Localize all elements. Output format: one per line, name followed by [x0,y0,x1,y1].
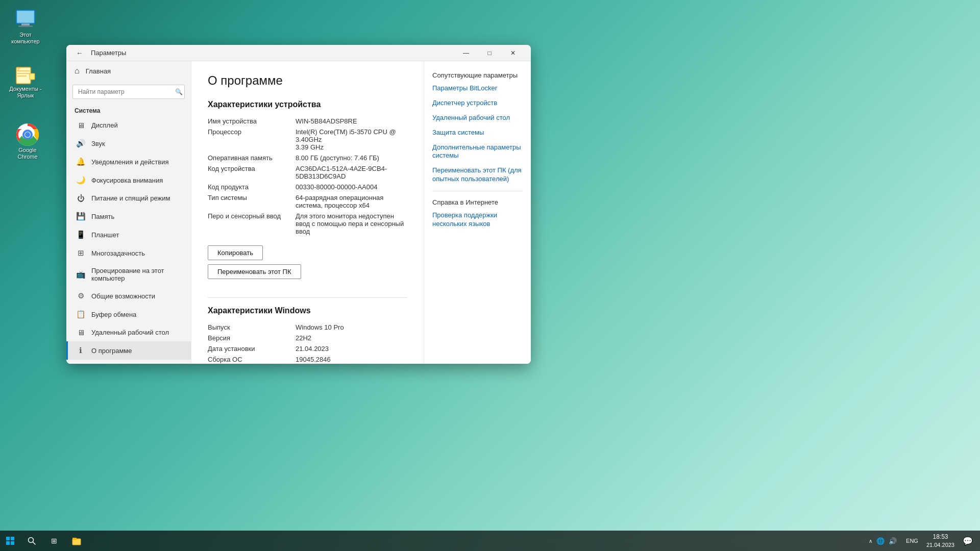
svg-rect-9 [30,73,35,80]
titlebar: ← Параметры — □ ✕ [66,45,531,61]
sidebar-item-storage[interactable]: 💾 Память [66,207,191,226]
search-button[interactable]: 🔍 [175,88,183,95]
section-divider [208,297,407,298]
tray-icons: ∧ 🌐 🔊 [865,531,901,551]
desktop-icon-documents-label: Документы - Ярлык [9,86,41,99]
home-icon: ⌂ [75,66,80,76]
svg-point-14 [25,132,30,137]
windows-section-title: Характеристики Windows [208,306,407,315]
label-version: Версия [208,334,289,342]
sidebar-item-tablet[interactable]: 📱 Планшет [66,226,191,244]
label-device-code: Код устройства [208,165,289,180]
sidebar-home[interactable]: ⌂ Главная [66,61,191,81]
taskbar-file-explorer[interactable] [65,531,88,551]
notification-center[interactable]: 💬 [960,531,976,551]
taskbar: ⊞ ∧ 🌐 🔊 ENG 18:53 21.04.2023 💬 [0,531,980,551]
value-device-name: WIN-5B84ADSP8RE [296,117,407,125]
clipboard-icon: 📋 [76,310,85,319]
label-edition: Выпуск [208,323,289,331]
volume-icon[interactable]: 🔊 [889,537,897,545]
svg-line-16 [33,542,36,545]
sidebar-item-notifications-label: Уведомления и действия [91,158,169,166]
value-ram: 8.00 ГБ (доступно: 7.46 ГБ) [296,154,407,162]
chrome-icon [15,122,40,147]
desktop-icon-documents[interactable]: Документы - Ярлык [5,61,46,101]
value-version: 22H2 [296,334,407,342]
sidebar-item-clipboard[interactable]: 📋 Буфер обмена [66,305,191,323]
desktop-icon-chrome-label: Google Chrome [9,147,46,160]
minimize-button[interactable]: — [454,45,478,61]
taskbar-tray: ∧ 🌐 🔊 ENG 18:53 21.04.2023 💬 [861,531,980,551]
clock-display[interactable]: 18:53 21.04.2023 [923,531,958,551]
value-device-code: AC36DAC1-512A-4A2E-9CB4-5DB313D6C9AD [296,165,407,180]
sidebar-item-display-label: Дисплей [91,121,118,129]
sidebar-item-project-label: Проецирование на этот компьютер [91,267,183,282]
sidebar-item-focus[interactable]: 🌙 Фокусировка внимания [66,171,191,189]
desktop: Этот компьютер Документы - Ярлык Google … [0,0,980,551]
value-os-build: 19045.2846 [296,356,407,363]
value-edition: Windows 10 Pro [296,323,407,331]
language-indicator[interactable]: ENG [903,531,921,551]
multilang-link[interactable]: Проверка поддержки нескольких языков [432,211,523,229]
right-panel: Сопутствующие параметры Параметры BitLoc… [424,61,531,364]
label-system-type: Тип системы [208,194,289,209]
sidebar-item-focus-label: Фокусировка внимания [91,177,163,184]
rename-pc-button[interactable]: Переименовать этот ПК [208,264,301,279]
svg-rect-7 [17,76,27,77]
sidebar-item-multitask[interactable]: ⊞ Многозадачность [66,244,191,262]
sidebar-item-multitask-label: Многозадачность [91,249,145,257]
sidebar-item-about-label: О программе [91,347,132,355]
tablet-icon: 📱 [76,230,85,239]
system-protection-link[interactable]: Защита системы [432,129,523,137]
windows-info-grid: Выпуск Windows 10 Pro Версия 22H2 Дата у… [208,323,407,364]
sidebar-item-power-label: Питание и спящий режим [91,194,170,202]
sidebar-section-label: Система [66,103,191,116]
network-icon[interactable]: 🌐 [876,537,885,545]
advanced-settings-link[interactable]: Дополнительные параметры системы [432,143,523,161]
svg-rect-5 [17,70,30,71]
about-icon: ℹ [76,346,85,355]
taskbar-search[interactable] [20,531,43,551]
label-pen-touch: Перо и сенсорный ввод [208,212,289,235]
label-processor: Процессор [208,128,289,151]
copy-device-button[interactable]: Копировать [208,245,263,260]
notifications-icon: 🔔 [76,157,85,166]
power-icon: ⏻ [76,194,85,203]
search-input[interactable] [72,85,185,99]
sidebar-item-notifications[interactable]: 🔔 Уведомления и действия [66,153,191,171]
window-title: Параметры [91,49,454,57]
bitlocker-link[interactable]: Параметры BitLocker [432,84,523,93]
sound-icon: 🔊 [76,139,85,148]
device-manager-link[interactable]: Диспетчер устройств [432,99,523,108]
label-ram: Оперативная память [208,154,289,162]
rename-pc-advanced-link[interactable]: Переименовать этот ПК (для опытных польз… [432,166,523,184]
svg-rect-3 [18,26,33,27]
sidebar-item-sound[interactable]: 🔊 Звук [66,134,191,153]
multitask-icon: ⊞ [76,248,85,258]
svg-rect-18 [72,538,77,540]
desktop-icon-chrome[interactable]: Google Chrome [7,120,48,162]
sidebar-item-accessibility[interactable]: ⚙ Общие возможности [66,287,191,305]
maximize-button[interactable]: □ [478,45,501,61]
value-product-code: 00330-80000-00000-AA004 [296,183,407,191]
tray-chevron[interactable]: ∧ [869,538,872,544]
taskbar-task-view[interactable]: ⊞ [43,531,65,551]
sidebar-item-power[interactable]: ⏻ Питание и спящий режим [66,189,191,207]
sidebar-item-display[interactable]: 🖥 Дисплей [66,116,191,134]
related-params-title: Сопутствующие параметры [432,71,523,79]
help-title: Справка в Интернете [432,198,523,206]
sidebar-item-about[interactable]: ℹ О программе [66,341,191,360]
sidebar: ⌂ Главная 🔍 Система 🖥 Дисплей 🔊 Звук [66,61,191,364]
start-button[interactable] [0,531,20,551]
svg-rect-2 [21,23,30,26]
desktop-icon-this-pc[interactable]: Этот компьютер [5,5,46,47]
clock-time: 18:53 [933,533,948,541]
back-button[interactable]: ← [72,46,87,60]
close-button[interactable]: ✕ [501,45,525,61]
label-product-code: Код продукта [208,183,289,191]
sidebar-item-tablet-label: Планшет [91,231,119,239]
sidebar-item-remote[interactable]: 🖥 Удаленный рабочий стол [66,323,191,341]
remote-desktop-link[interactable]: Удаленный рабочий стол [432,114,523,122]
sidebar-item-project[interactable]: 📺 Проецирование на этот компьютер [66,262,191,287]
svg-rect-1 [17,11,34,22]
